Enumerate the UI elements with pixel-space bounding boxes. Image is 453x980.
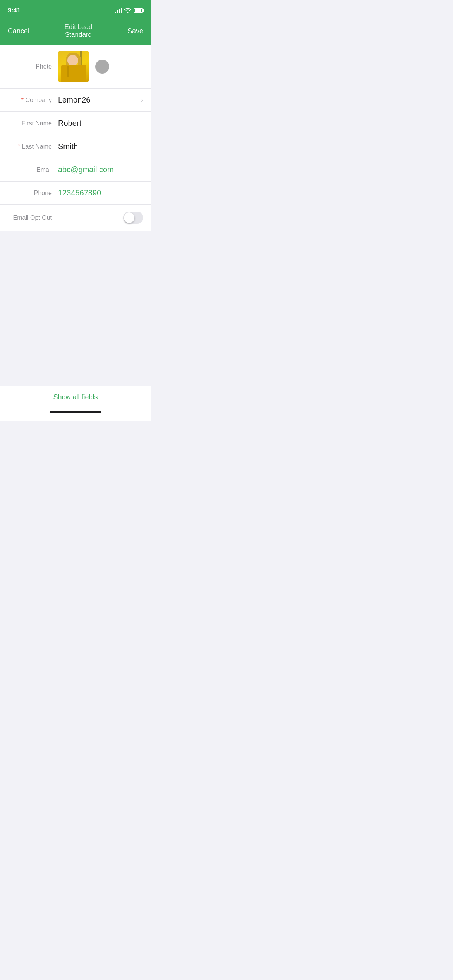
nav-title-line1: Edit Lead [65, 23, 93, 31]
page: 9:41 Cancel [0, 0, 151, 421]
status-bar: 9:41 [0, 0, 151, 19]
photo-label: Photo [8, 63, 58, 70]
email-opt-out-label: Email Opt Out [8, 214, 58, 221]
photo-change-button[interactable] [95, 60, 109, 74]
nav-bar: Cancel Edit Lead Standard Save [0, 19, 151, 45]
photo-content [58, 51, 109, 82]
company-value[interactable]: Lemon26 [58, 96, 138, 105]
show-all-fields-button[interactable]: Show all fields [0, 386, 151, 408]
first-name-label: First Name [8, 120, 58, 127]
email-opt-out-row: Email Opt Out [0, 205, 151, 231]
photo-row: Photo [0, 45, 151, 89]
email-opt-out-toggle-container [123, 212, 143, 224]
wifi-icon [124, 7, 131, 14]
battery-icon [134, 8, 143, 13]
home-indicator [0, 408, 151, 421]
email-opt-out-toggle[interactable] [123, 212, 143, 224]
show-all-fields-label[interactable]: Show all fields [53, 393, 98, 401]
photo-thumbnail[interactable] [58, 51, 89, 82]
status-time: 9:41 [8, 7, 21, 14]
cancel-button[interactable]: Cancel [8, 27, 29, 35]
toggle-thumb [124, 212, 134, 223]
signal-icon [115, 8, 122, 13]
phone-value[interactable]: 1234567890 [58, 188, 143, 197]
company-row[interactable]: Company Lemon26 › [0, 89, 151, 112]
gray-area [0, 231, 151, 386]
company-label: Company [8, 97, 58, 104]
nav-title: Edit Lead Standard [65, 23, 93, 39]
save-button[interactable]: Save [127, 27, 143, 35]
home-bar [50, 411, 101, 413]
last-name-label: Last Name [8, 143, 58, 150]
form-container: Photo [0, 45, 151, 231]
email-value[interactable]: abc@gmail.com [58, 165, 143, 174]
nav-title-line2: Standard [65, 31, 93, 39]
chevron-right-icon: › [141, 96, 143, 104]
first-name-row[interactable]: First Name Robert [0, 112, 151, 135]
phone-label: Phone [8, 190, 58, 197]
phone-row[interactable]: Phone 1234567890 [0, 182, 151, 205]
last-name-value[interactable]: Smith [58, 142, 143, 151]
first-name-value[interactable]: Robert [58, 119, 143, 128]
email-label: Email [8, 166, 58, 173]
last-name-row[interactable]: Last Name Smith [0, 135, 151, 158]
status-icons [115, 7, 143, 14]
email-row[interactable]: Email abc@gmail.com [0, 158, 151, 182]
